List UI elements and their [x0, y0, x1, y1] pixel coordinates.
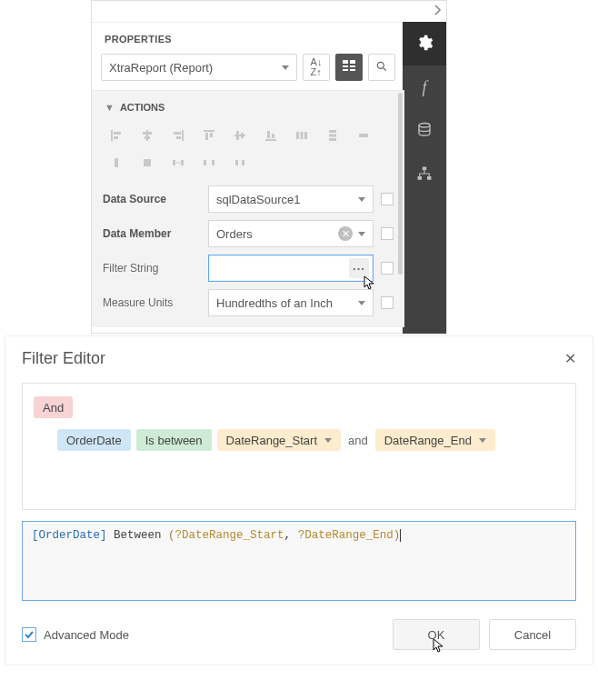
side-tab-properties[interactable] [403, 22, 446, 65]
condition-row: OrderDate Is between DateRange_Start and… [57, 429, 564, 451]
svg-rect-38 [173, 160, 175, 165]
svg-rect-27 [267, 131, 270, 138]
size-width-icon[interactable] [348, 122, 379, 149]
ok-button[interactable]: OK [393, 619, 480, 650]
svg-rect-30 [301, 132, 304, 139]
sort-button[interactable]: A↓Z↑ [303, 54, 330, 81]
svg-rect-13 [114, 136, 118, 139]
data-source-value: sqlDataSource1 [216, 193, 301, 206]
hspace-dec-icon[interactable] [224, 149, 255, 176]
filter-string-input[interactable]: ··· [208, 255, 374, 282]
svg-rect-20 [204, 130, 214, 132]
cancel-button[interactable]: Cancel [489, 619, 576, 650]
svg-rect-14 [146, 130, 148, 141]
measure-units-input[interactable]: Hundredths of an Inch [208, 289, 374, 316]
close-icon[interactable]: ✕ [564, 350, 576, 367]
chevron-down-icon [324, 438, 332, 443]
filter-string-reset[interactable] [381, 262, 394, 275]
categorized-button[interactable] [335, 54, 363, 81]
data-member-reset[interactable] [381, 227, 394, 240]
svg-rect-24 [236, 131, 239, 140]
clear-icon[interactable]: ✕ [338, 226, 353, 241]
svg-rect-12 [114, 132, 121, 135]
svg-rect-37 [144, 159, 151, 166]
side-tab-data[interactable] [403, 109, 446, 153]
svg-rect-39 [181, 160, 184, 165]
data-source-input[interactable]: sqlDataSource1 [208, 185, 374, 213]
svg-rect-2 [418, 176, 423, 180]
expr-open: ( [168, 529, 175, 542]
svg-rect-23 [234, 135, 245, 136]
dist-h-icon[interactable] [286, 122, 317, 149]
svg-rect-42 [235, 160, 238, 165]
group-operator-pill[interactable]: And [34, 396, 73, 418]
filter-expression-editor[interactable]: [OrderDate] Between (?DateRange_Start, ?… [22, 521, 576, 601]
hspace-inc-icon[interactable] [194, 149, 224, 176]
side-tab-report-tree[interactable] [403, 153, 446, 196]
properties-body: PROPERTIES XtraReport (Report) A↓Z↑ [92, 23, 404, 334]
svg-rect-4 [343, 60, 348, 64]
chevron-down-icon [282, 65, 289, 70]
svg-rect-25 [241, 133, 244, 138]
size-height-icon[interactable] [101, 149, 132, 176]
align-middle-icon[interactable] [224, 122, 255, 149]
data-source-label: Data Source [103, 193, 201, 205]
tree-icon [416, 165, 433, 185]
align-center-h-icon[interactable] [132, 122, 163, 149]
expr-p2: ?DateRange_End [298, 529, 394, 542]
chevron-down-icon [479, 438, 486, 443]
align-top-icon[interactable] [194, 122, 224, 149]
grid-icon [343, 60, 355, 75]
advanced-mode-toggle[interactable]: Advanced Mode [22, 627, 129, 642]
filter-string-ellipsis-button[interactable]: ··· [349, 258, 369, 278]
svg-rect-18 [174, 132, 181, 135]
svg-rect-28 [272, 134, 274, 138]
param1-text: DateRange_Start [226, 434, 317, 447]
hspace-equal-icon[interactable] [163, 149, 194, 176]
sort-icon: A↓Z↑ [311, 57, 323, 77]
svg-rect-31 [304, 132, 307, 139]
scrollbar-thumb[interactable] [398, 93, 403, 275]
chevron-right-icon[interactable] [434, 5, 441, 18]
data-member-value: Orders [216, 227, 253, 241]
condition-param1-pill[interactable]: DateRange_Start [217, 429, 341, 451]
svg-rect-21 [205, 133, 208, 140]
data-source-reset[interactable] [381, 193, 394, 205]
svg-rect-17 [182, 130, 184, 141]
svg-rect-7 [350, 65, 355, 67]
condition-param2-pill[interactable]: DateRange_End [375, 429, 495, 451]
database-icon [416, 122, 433, 141]
svg-rect-33 [329, 135, 336, 137]
svg-rect-22 [210, 133, 213, 137]
condition-operator-pill[interactable]: Is between [136, 429, 212, 451]
svg-rect-32 [329, 130, 336, 133]
dist-v-icon[interactable] [317, 122, 348, 149]
side-tab-expressions[interactable]: f [403, 65, 446, 109]
align-left-icon[interactable] [101, 122, 132, 149]
svg-rect-26 [265, 139, 276, 141]
size-both-icon[interactable] [132, 149, 163, 176]
svg-point-0 [419, 123, 430, 127]
measure-units-reset[interactable] [381, 296, 394, 309]
measure-units-value: Hundredths of an Inch [216, 296, 333, 310]
filter-visual-editor: And OrderDate Is between DateRange_Start… [22, 383, 576, 510]
object-selector-text: XtraReport (Report) [109, 61, 213, 75]
chevron-down-icon [358, 232, 365, 236]
collapse-caret-icon[interactable]: ▼ [105, 102, 115, 113]
align-right-icon[interactable] [163, 122, 194, 149]
advanced-mode-label: Advanced Mode [44, 628, 129, 642]
expr-keyword: Between [114, 529, 162, 542]
object-selector[interactable]: XtraReport (Report) [101, 54, 297, 81]
chevron-down-icon [358, 197, 365, 202]
gear-icon [415, 34, 434, 55]
align-toolbar [92, 122, 404, 182]
svg-rect-19 [176, 136, 181, 139]
svg-rect-11 [111, 130, 113, 141]
svg-rect-6 [343, 65, 348, 67]
align-bottom-icon[interactable] [255, 122, 286, 149]
data-member-input[interactable]: Orders ✕ [208, 220, 374, 247]
search-button[interactable] [368, 54, 395, 81]
condition-field-pill[interactable]: OrderDate [57, 429, 131, 451]
between-and-text: and [346, 434, 370, 447]
dialog-title: Filter Editor [22, 349, 105, 368]
